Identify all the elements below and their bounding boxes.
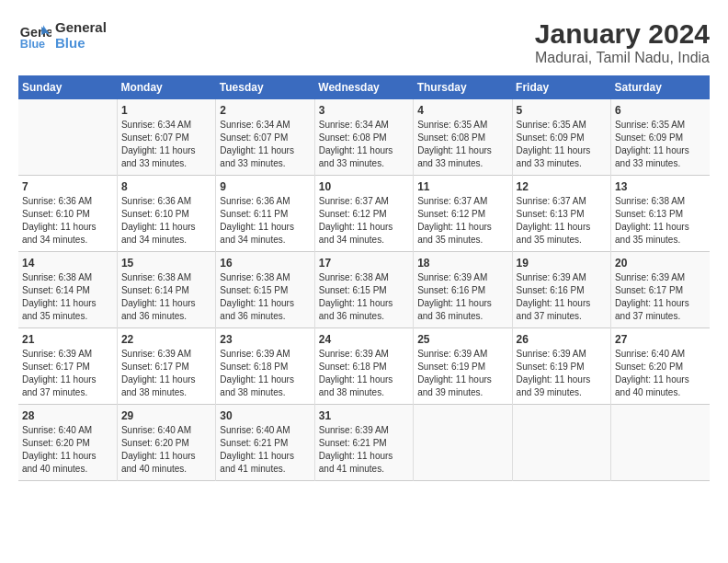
day-info: Sunrise: 6:37 AMSunset: 6:12 PMDaylight:… (319, 195, 409, 247)
week-row-3: 14Sunrise: 6:38 AMSunset: 6:14 PMDayligh… (18, 252, 710, 328)
day-number: 25 (417, 333, 507, 346)
calendar-subtitle: Madurai, Tamil Nadu, India (535, 50, 710, 66)
day-info: Sunrise: 6:39 AMSunset: 6:16 PMDaylight:… (517, 271, 607, 323)
day-number: 16 (220, 257, 310, 270)
logo: General Blue General Blue (18, 18, 107, 52)
calendar-cell: 27Sunrise: 6:40 AMSunset: 6:20 PMDayligh… (611, 328, 710, 405)
calendar-cell: 19Sunrise: 6:39 AMSunset: 6:16 PMDayligh… (512, 252, 610, 328)
weekday-header-wednesday: Wednesday (314, 75, 413, 99)
calendar-cell: 30Sunrise: 6:40 AMSunset: 6:21 PMDayligh… (216, 405, 314, 481)
calendar-title: January 2024 (535, 18, 710, 50)
day-info: Sunrise: 6:40 AMSunset: 6:20 PMDaylight:… (121, 424, 211, 476)
day-info: Sunrise: 6:40 AMSunset: 6:20 PMDaylight:… (615, 348, 706, 399)
day-number: 24 (319, 333, 409, 346)
day-number: 18 (417, 257, 507, 270)
calendar-cell (18, 99, 117, 176)
week-row-4: 21Sunrise: 6:39 AMSunset: 6:17 PMDayligh… (18, 328, 710, 405)
day-number: 20 (615, 257, 706, 270)
calendar-cell: 16Sunrise: 6:38 AMSunset: 6:15 PMDayligh… (216, 252, 314, 328)
weekday-header-saturday: Saturday (611, 75, 710, 99)
week-row-2: 7Sunrise: 6:36 AMSunset: 6:10 PMDaylight… (18, 176, 710, 252)
day-info: Sunrise: 6:36 AMSunset: 6:11 PMDaylight:… (220, 195, 310, 247)
day-number: 29 (121, 409, 211, 422)
calendar-cell: 23Sunrise: 6:39 AMSunset: 6:18 PMDayligh… (216, 328, 314, 405)
week-row-1: 1Sunrise: 6:34 AMSunset: 6:07 PMDaylight… (18, 99, 710, 176)
weekday-header-tuesday: Tuesday (216, 75, 314, 99)
day-number: 11 (417, 180, 507, 193)
day-info: Sunrise: 6:39 AMSunset: 6:17 PMDaylight:… (22, 348, 113, 399)
day-info: Sunrise: 6:38 AMSunset: 6:14 PMDaylight:… (121, 271, 211, 323)
calendar-cell: 2Sunrise: 6:34 AMSunset: 6:07 PMDaylight… (216, 99, 314, 176)
day-number: 27 (615, 333, 706, 346)
calendar-cell: 13Sunrise: 6:38 AMSunset: 6:13 PMDayligh… (611, 176, 710, 252)
calendar-cell: 5Sunrise: 6:35 AMSunset: 6:09 PMDaylight… (512, 99, 610, 176)
day-number: 5 (517, 104, 607, 117)
day-number: 13 (615, 180, 706, 193)
day-info: Sunrise: 6:38 AMSunset: 6:14 PMDaylight:… (22, 271, 113, 323)
calendar-cell: 10Sunrise: 6:37 AMSunset: 6:12 PMDayligh… (314, 176, 413, 252)
day-info: Sunrise: 6:36 AMSunset: 6:10 PMDaylight:… (121, 195, 211, 247)
logo-icon: General Blue (18, 18, 51, 52)
day-info: Sunrise: 6:34 AMSunset: 6:08 PMDaylight:… (319, 119, 409, 170)
calendar-cell: 8Sunrise: 6:36 AMSunset: 6:10 PMDaylight… (117, 176, 215, 252)
day-info: Sunrise: 6:39 AMSunset: 6:18 PMDaylight:… (319, 348, 409, 399)
day-info: Sunrise: 6:35 AMSunset: 6:09 PMDaylight:… (615, 119, 706, 170)
weekday-header-sunday: Sunday (18, 75, 117, 99)
day-number: 22 (121, 333, 211, 346)
calendar-cell: 6Sunrise: 6:35 AMSunset: 6:09 PMDaylight… (611, 99, 710, 176)
calendar-cell (414, 405, 512, 481)
day-info: Sunrise: 6:37 AMSunset: 6:13 PMDaylight:… (517, 195, 607, 247)
day-number: 31 (319, 409, 409, 422)
weekday-header-thursday: Thursday (414, 75, 512, 99)
day-number: 21 (22, 333, 113, 346)
weekday-header-friday: Friday (512, 75, 610, 99)
day-number: 2 (220, 104, 310, 117)
calendar-table: SundayMondayTuesdayWednesdayThursdayFrid… (18, 75, 710, 481)
day-number: 17 (319, 257, 409, 270)
day-number: 19 (517, 257, 607, 270)
day-info: Sunrise: 6:39 AMSunset: 6:17 PMDaylight:… (615, 271, 706, 323)
day-info: Sunrise: 6:35 AMSunset: 6:09 PMDaylight:… (517, 119, 607, 170)
calendar-cell: 28Sunrise: 6:40 AMSunset: 6:20 PMDayligh… (18, 405, 117, 481)
logo-line1: General (55, 19, 107, 35)
day-info: Sunrise: 6:40 AMSunset: 6:20 PMDaylight:… (22, 424, 113, 476)
day-info: Sunrise: 6:38 AMSunset: 6:15 PMDaylight:… (319, 271, 409, 323)
page-header: General Blue General Blue January 2024 M… (18, 18, 710, 66)
calendar-cell: 18Sunrise: 6:39 AMSunset: 6:16 PMDayligh… (414, 252, 512, 328)
day-number: 26 (517, 333, 607, 346)
day-number: 10 (319, 180, 409, 193)
day-number: 1 (121, 104, 211, 117)
day-number: 12 (517, 180, 607, 193)
calendar-cell: 22Sunrise: 6:39 AMSunset: 6:17 PMDayligh… (117, 328, 215, 405)
calendar-cell: 26Sunrise: 6:39 AMSunset: 6:19 PMDayligh… (512, 328, 610, 405)
calendar-cell: 20Sunrise: 6:39 AMSunset: 6:17 PMDayligh… (611, 252, 710, 328)
day-number: 14 (22, 257, 113, 270)
day-info: Sunrise: 6:37 AMSunset: 6:12 PMDaylight:… (417, 195, 507, 247)
day-info: Sunrise: 6:39 AMSunset: 6:17 PMDaylight:… (121, 348, 211, 399)
day-info: Sunrise: 6:34 AMSunset: 6:07 PMDaylight:… (220, 119, 310, 170)
calendar-cell (512, 405, 610, 481)
weekday-header-monday: Monday (117, 75, 215, 99)
day-number: 3 (319, 104, 409, 117)
calendar-cell: 17Sunrise: 6:38 AMSunset: 6:15 PMDayligh… (314, 252, 413, 328)
title-block: January 2024 Madurai, Tamil Nadu, India (535, 18, 710, 66)
svg-text:Blue: Blue (20, 38, 45, 51)
calendar-cell: 9Sunrise: 6:36 AMSunset: 6:11 PMDaylight… (216, 176, 314, 252)
day-info: Sunrise: 6:35 AMSunset: 6:08 PMDaylight:… (417, 119, 507, 170)
calendar-cell: 7Sunrise: 6:36 AMSunset: 6:10 PMDaylight… (18, 176, 117, 252)
calendar-cell: 12Sunrise: 6:37 AMSunset: 6:13 PMDayligh… (512, 176, 610, 252)
day-number: 8 (121, 180, 211, 193)
calendar-cell: 21Sunrise: 6:39 AMSunset: 6:17 PMDayligh… (18, 328, 117, 405)
day-info: Sunrise: 6:38 AMSunset: 6:13 PMDaylight:… (615, 195, 706, 247)
weekday-header-row: SundayMondayTuesdayWednesdayThursdayFrid… (18, 75, 710, 99)
calendar-cell: 31Sunrise: 6:39 AMSunset: 6:21 PMDayligh… (314, 405, 413, 481)
day-number: 23 (220, 333, 310, 346)
day-info: Sunrise: 6:34 AMSunset: 6:07 PMDaylight:… (121, 119, 211, 170)
day-info: Sunrise: 6:39 AMSunset: 6:16 PMDaylight:… (417, 271, 507, 323)
calendar-cell (611, 405, 710, 481)
calendar-cell: 15Sunrise: 6:38 AMSunset: 6:14 PMDayligh… (117, 252, 215, 328)
day-info: Sunrise: 6:40 AMSunset: 6:21 PMDaylight:… (220, 424, 310, 476)
calendar-cell: 25Sunrise: 6:39 AMSunset: 6:19 PMDayligh… (414, 328, 512, 405)
day-number: 28 (22, 409, 113, 422)
day-info: Sunrise: 6:36 AMSunset: 6:10 PMDaylight:… (22, 195, 113, 247)
